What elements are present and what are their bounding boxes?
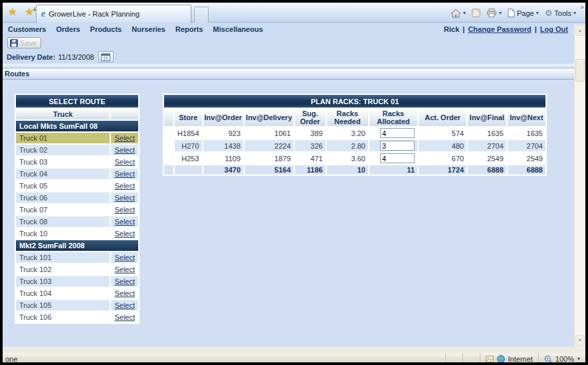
cell-racks_needed: 2.80 [327, 140, 368, 151]
select-truck-link[interactable]: Select [114, 170, 135, 178]
truck-name: Truck 101 [16, 252, 110, 263]
racks-allocated-input[interactable] [380, 153, 415, 163]
select-truck-link[interactable]: Select [114, 254, 135, 261]
cell-inv_at_order: 1109 [203, 153, 244, 164]
plan-racks-column-header-inv-next: Inv@Next [508, 109, 545, 126]
feeds-button[interactable] [470, 7, 482, 19]
save-button[interactable]: Save [7, 37, 41, 48]
truck-name: Truck 03 [16, 157, 110, 167]
log-out-link[interactable]: Log Out [540, 25, 568, 33]
cell-racks-allocated [369, 127, 417, 139]
select-truck-link[interactable]: Select [114, 218, 135, 226]
select-truck-link[interactable]: Select [114, 146, 135, 154]
truck-name: Truck 06 [16, 192, 110, 203]
row-selector-cell[interactable] [164, 153, 173, 164]
truck-row: Truck 10Select [16, 228, 138, 239]
plan-racks-column-header-inv-final: Inv@Final [468, 109, 506, 126]
truck-name: Truck 104 [16, 288, 110, 299]
nav-item-orders[interactable]: Orders [56, 25, 80, 33]
caret-down-icon: ▾ [499, 10, 502, 16]
cell-inv_at_delivery: 1879 [245, 153, 293, 164]
caret-down-icon: ▾ [577, 353, 580, 362]
select-truck-link[interactable]: Select [114, 194, 135, 202]
calendar-picker-button[interactable] [98, 51, 114, 62]
totals-value: 1724 [419, 165, 466, 175]
row-selector-cell[interactable] [164, 140, 173, 151]
truck-name: Truck 105 [16, 300, 110, 311]
favorites-icon[interactable]: ★ [8, 5, 17, 19]
print-button[interactable]: ▾ [485, 7, 503, 19]
toolbar-overflow-chevron-icon[interactable]: » [580, 3, 584, 11]
cell-inv_at_next: 1635 [508, 127, 545, 139]
printer-icon [486, 9, 497, 17]
truck-name: Truck 102 [16, 264, 110, 275]
plan-racks-column-header-racks-needed: Racks Needed [327, 109, 368, 126]
add-favorite-icon[interactable]: ★+ [25, 5, 33, 19]
cell-inv_at_delivery: 1061 [245, 127, 293, 139]
browser-tab-bar: ★ ★+ e GrowerLive - Rack Planning ▾ ▾ Pa… [3, 3, 585, 23]
plan-racks-column-header-sug-order: Sug. Order [295, 109, 326, 126]
nav-item-customers[interactable]: Customers [8, 25, 46, 33]
status-segment [445, 353, 462, 362]
select-route-title: SELECT ROUTE [16, 95, 138, 108]
calendar-icon [101, 53, 110, 61]
select-truck-link[interactable]: Select [114, 313, 135, 321]
racks-allocated-input[interactable] [380, 128, 415, 138]
row-selector-cell[interactable] [164, 127, 173, 139]
tools-menu-button[interactable]: ⚙ Tools ▾ [543, 7, 577, 19]
user-name: Rick [444, 25, 459, 33]
browser-window: ★ ★+ e GrowerLive - Rack Planning ▾ ▾ Pa… [3, 3, 585, 362]
totals-empty-cell [164, 165, 173, 175]
scroll-down-arrow-icon[interactable]: ▼ [575, 335, 585, 346]
new-tab-button[interactable] [194, 7, 209, 23]
select-truck-link[interactable]: Select [114, 301, 135, 309]
cell-act_order: 574 [419, 127, 466, 139]
select-truck-link[interactable]: Select [114, 277, 135, 285]
truck-row: Truck 07Select [16, 204, 138, 215]
select-truck-link[interactable]: Select [114, 289, 135, 297]
plan-racks-row: H185492310613893.2057416351635 [164, 127, 545, 139]
cell-racks_needed: 3.60 [327, 153, 368, 164]
user-links: Rick | Change Password | Log Out [444, 25, 568, 33]
select-truck-link[interactable]: Select [114, 134, 135, 142]
cell-inv_at_final: 2549 [468, 153, 506, 164]
truck-row: Truck 103Select [16, 276, 138, 287]
home-button[interactable]: ▾ [449, 7, 467, 19]
select-truck-link[interactable]: Select [114, 230, 135, 238]
page-menu-button[interactable]: Page ▾ [506, 7, 540, 19]
select-truck-link[interactable]: Select [114, 158, 135, 166]
scrollbar-thumb[interactable] [575, 59, 585, 82]
truck-name: Truck 02 [16, 145, 110, 155]
cell-inv_at_final: 2704 [468, 140, 506, 151]
cell-inv_at_order: 1438 [203, 140, 244, 151]
caret-down-icon: ▾ [573, 10, 576, 16]
plan-racks-column-header-inv-order: Inv@Order [203, 109, 244, 126]
vertical-scrollbar[interactable]: ▲ ▼ [574, 25, 585, 346]
nav-item-products[interactable]: Products [90, 25, 122, 33]
truck-row: Truck 101Select [16, 252, 138, 263]
floppy-disk-icon [10, 39, 18, 47]
totals-value: 1186 [295, 165, 326, 175]
nav-item-nurseries[interactable]: Nurseries [132, 25, 165, 33]
change-password-link[interactable]: Change Password [468, 25, 531, 33]
select-truck-link[interactable]: Select [114, 182, 135, 190]
delivery-date-row: Delivery Date: 11/13/2008 [3, 50, 585, 64]
scroll-up-arrow-icon[interactable]: ▲ [575, 25, 585, 36]
select-route-table: SELECT ROUTE Truck Local Mkts SumFall 08… [15, 94, 140, 324]
browser-tab[interactable]: e GrowerLive - Rack Planning [36, 5, 191, 23]
truck-name: Truck 07 [16, 204, 110, 215]
globe-icon [497, 355, 505, 362]
delivery-date-value: 11/13/2008 [58, 53, 94, 61]
truck-row: Truck 05Select [16, 181, 138, 191]
select-truck-link[interactable]: Select [114, 206, 135, 214]
cell-inv_at_final: 1635 [468, 127, 506, 139]
nav-item-miscellaneous[interactable]: Miscellaneous [213, 25, 263, 33]
nav-item-reports[interactable]: Reports [175, 25, 203, 33]
home-icon [450, 9, 461, 18]
zoom-control[interactable]: 100% ▾ [538, 353, 585, 362]
truck-row: Truck 104Select [16, 288, 138, 299]
racks-allocated-input[interactable] [380, 141, 415, 151]
truck-row: Truck 01Select [16, 133, 138, 143]
select-truck-link[interactable]: Select [114, 265, 135, 273]
totals-value: 10 [327, 165, 368, 175]
